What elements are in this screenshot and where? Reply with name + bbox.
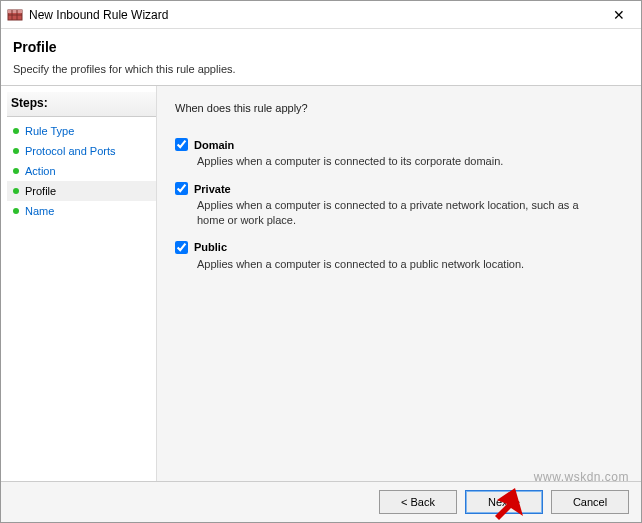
- step-label: Protocol and Ports: [25, 145, 116, 157]
- step-protocol-ports[interactable]: Protocol and Ports: [7, 141, 156, 161]
- cancel-button[interactable]: Cancel: [551, 490, 629, 514]
- option-title: Private: [194, 183, 231, 195]
- step-rule-type[interactable]: Rule Type: [7, 121, 156, 141]
- option-public: Public Applies when a computer is connec…: [175, 241, 623, 271]
- steps-sidebar: Steps: Rule Type Protocol and Ports Acti…: [1, 86, 156, 481]
- option-desc: Applies when a computer is connected to …: [197, 154, 607, 168]
- firewall-icon: [7, 7, 23, 23]
- window-title: New Inbound Rule Wizard: [29, 8, 603, 22]
- option-desc: Applies when a computer is connected to …: [197, 257, 607, 271]
- public-checkbox[interactable]: [175, 241, 188, 254]
- option-private-row[interactable]: Private: [175, 182, 623, 195]
- back-button[interactable]: < Back: [379, 490, 457, 514]
- content-panel: When does this rule apply? Domain Applie…: [156, 86, 641, 481]
- page-title: Profile: [13, 39, 629, 55]
- svg-rect-1: [8, 10, 22, 13]
- content-question: When does this rule apply?: [175, 102, 623, 114]
- step-label: Action: [25, 165, 56, 177]
- option-desc: Applies when a computer is connected to …: [197, 198, 607, 227]
- step-profile[interactable]: Profile: [7, 181, 156, 201]
- step-action[interactable]: Action: [7, 161, 156, 181]
- wizard-body: Steps: Rule Type Protocol and Ports Acti…: [1, 86, 641, 481]
- option-public-row[interactable]: Public: [175, 241, 623, 254]
- option-domain-row[interactable]: Domain: [175, 138, 623, 151]
- next-button[interactable]: Next >: [465, 490, 543, 514]
- step-label: Profile: [25, 185, 56, 197]
- step-label: Rule Type: [25, 125, 74, 137]
- domain-checkbox[interactable]: [175, 138, 188, 151]
- step-bullet-icon: [13, 188, 19, 194]
- option-private: Private Applies when a computer is conne…: [175, 182, 623, 227]
- step-bullet-icon: [13, 168, 19, 174]
- titlebar: New Inbound Rule Wizard ✕: [1, 1, 641, 29]
- step-bullet-icon: [13, 128, 19, 134]
- wizard-footer: < Back Next > Cancel: [1, 481, 641, 522]
- step-bullet-icon: [13, 148, 19, 154]
- option-title: Domain: [194, 139, 234, 151]
- option-domain: Domain Applies when a computer is connec…: [175, 138, 623, 168]
- step-label: Name: [25, 205, 54, 217]
- private-checkbox[interactable]: [175, 182, 188, 195]
- option-title: Public: [194, 241, 227, 253]
- page-subtitle: Specify the profiles for which this rule…: [13, 63, 629, 75]
- wizard-header: Profile Specify the profiles for which t…: [1, 29, 641, 86]
- close-icon[interactable]: ✕: [603, 7, 635, 23]
- step-bullet-icon: [13, 208, 19, 214]
- step-name[interactable]: Name: [7, 201, 156, 221]
- steps-heading: Steps:: [7, 92, 156, 117]
